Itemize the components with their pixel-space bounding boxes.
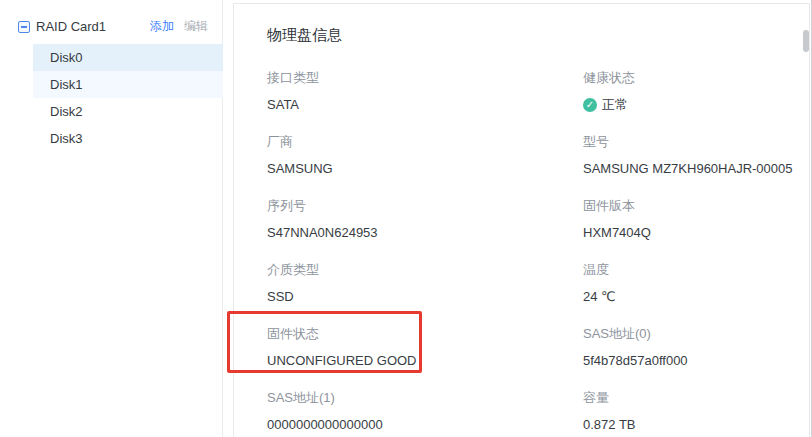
field-value: 24 ℃ xyxy=(583,288,809,306)
field-value: SAMSUNG MZ7KH960HAJR-00005 xyxy=(583,160,809,178)
field-label: 序列号 xyxy=(267,197,583,215)
sidebar-item-disk0[interactable]: Disk0 xyxy=(33,44,223,71)
health-status-text: 正常 xyxy=(602,96,628,114)
field-value: S47NNA0N624953 xyxy=(267,224,583,242)
edit-link[interactable]: 编辑 xyxy=(184,18,208,35)
field-label: 健康状态 xyxy=(583,69,809,87)
field-value: UNCONFIGURED GOOD xyxy=(267,352,583,370)
raid-card-node[interactable]: RAID Card1 添加 编辑 xyxy=(18,18,208,35)
field-label: 温度 xyxy=(583,261,809,279)
raid-card-actions: 添加 编辑 xyxy=(150,18,208,35)
field-label: 容量 xyxy=(583,389,809,407)
physical-disk-info-card: 物理盘信息 接口类型 SATA 健康状态 ✓ 正常 厂商 SAMSUNG 型号 … xyxy=(233,3,810,437)
field-vendor: 厂商 SAMSUNG xyxy=(267,133,583,197)
sidebar-item-disk1[interactable]: Disk1 xyxy=(33,71,223,98)
field-sas-address-1: SAS地址(1) 0000000000000000 xyxy=(267,389,583,437)
field-label: 厂商 xyxy=(267,133,583,151)
collapse-minus-icon[interactable] xyxy=(18,21,30,33)
raid-card-label: RAID Card1 xyxy=(36,19,150,34)
field-media-type: 介质类型 SSD xyxy=(267,261,583,325)
check-circle-icon: ✓ xyxy=(583,98,597,112)
field-value: ✓ 正常 xyxy=(583,96,809,114)
disk-list: Disk0 Disk1 Disk2 Disk3 xyxy=(0,44,222,152)
field-value: SSD xyxy=(267,288,583,306)
page-title: 物理盘信息 xyxy=(267,24,809,45)
field-value: SATA xyxy=(267,96,583,114)
field-value: SAMSUNG xyxy=(267,160,583,178)
field-label: 固件版本 xyxy=(583,197,809,215)
field-label: SAS地址(0) xyxy=(583,325,809,343)
sidebar-item-disk3[interactable]: Disk3 xyxy=(33,125,223,152)
field-health-status: 健康状态 ✓ 正常 xyxy=(583,69,809,133)
field-label: 型号 xyxy=(583,133,809,151)
add-link[interactable]: 添加 xyxy=(150,18,174,35)
raid-tree-sidebar: RAID Card1 添加 编辑 Disk0 Disk1 Disk2 Disk3 xyxy=(0,0,223,437)
field-value: 5f4b78d57a0ff000 xyxy=(583,352,809,370)
sidebar-item-disk2[interactable]: Disk2 xyxy=(33,98,223,125)
field-label: 固件状态 xyxy=(267,325,583,343)
field-serial-number: 序列号 S47NNA0N624953 xyxy=(267,197,583,261)
field-value: HXM7404Q xyxy=(583,224,809,242)
field-firmware-version: 固件版本 HXM7404Q xyxy=(583,197,809,261)
field-label: 介质类型 xyxy=(267,261,583,279)
field-grid: 接口类型 SATA 健康状态 ✓ 正常 厂商 SAMSUNG 型号 SAMSUN… xyxy=(267,69,809,437)
field-interface-type: 接口类型 SATA xyxy=(267,69,583,133)
field-firmware-state: 固件状态 UNCONFIGURED GOOD xyxy=(267,325,583,389)
field-label: 接口类型 xyxy=(267,69,583,87)
field-sas-address-0: SAS地址(0) 5f4b78d57a0ff000 xyxy=(583,325,809,389)
field-label: SAS地址(1) xyxy=(267,389,583,407)
field-value: 0.872 TB xyxy=(583,416,809,434)
field-value: 0000000000000000 xyxy=(267,416,583,434)
field-temperature: 温度 24 ℃ xyxy=(583,261,809,325)
vertical-scrollbar-thumb[interactable] xyxy=(803,30,809,52)
field-capacity: 容量 0.872 TB xyxy=(583,389,809,437)
field-model: 型号 SAMSUNG MZ7KH960HAJR-00005 xyxy=(583,133,809,197)
